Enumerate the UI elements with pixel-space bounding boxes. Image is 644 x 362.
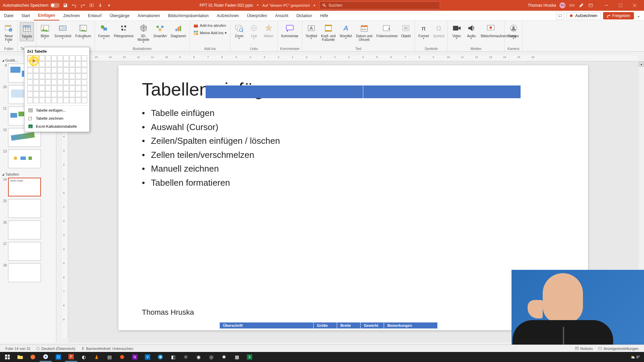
tab-uebergaenge[interactable]: Übergänge: [106, 11, 133, 20]
table-grid-cell[interactable]: [75, 79, 81, 85]
table-grid-cell[interactable]: [39, 98, 45, 103]
table-grid-cell[interactable]: [82, 79, 87, 85]
table-grid-cell[interactable]: [69, 98, 75, 103]
table-grid-cell[interactable]: [27, 92, 33, 97]
table-size-grid[interactable]: [26, 54, 88, 105]
table-grid-cell[interactable]: [69, 79, 75, 85]
table-button[interactable]: Tabelle ▾: [20, 22, 34, 41]
app-icon[interactable]: ◎: [205, 352, 217, 362]
slide-thumbnail[interactable]: [8, 149, 41, 168]
onenote-icon[interactable]: N: [129, 352, 141, 362]
table-grid-cell[interactable]: [45, 73, 51, 79]
app-icon[interactable]: [116, 352, 128, 362]
language-indicator[interactable]: Deutsch (Österreich): [33, 347, 78, 351]
my-addins-button[interactable]: Meine Add-Ins ▾: [192, 29, 228, 36]
table-grid-cell[interactable]: [39, 55, 45, 61]
slide-thumbnail-active[interactable]: Tabellen einfügen: [8, 178, 41, 196]
qat-dropdown-icon[interactable]: ▾: [106, 2, 112, 8]
table-grid-cell[interactable]: [51, 79, 57, 85]
pen-icon[interactable]: [578, 2, 584, 8]
link-button[interactable]: Link▾: [247, 22, 261, 41]
table-grid-cell[interactable]: [63, 79, 69, 85]
app-icon[interactable]: ✱: [218, 352, 230, 362]
tab-zeichnen[interactable]: Zeichnen: [59, 11, 84, 20]
chart-button[interactable]: Diagramm: [169, 22, 187, 39]
username-label[interactable]: Thomas Hruska: [528, 3, 556, 8]
table-grid-cell[interactable]: [69, 85, 75, 91]
table-grid-cell[interactable]: [69, 61, 75, 67]
tab-einfuegen[interactable]: Einfügen: [34, 11, 59, 20]
slide-counter[interactable]: Folie 14 von 31: [3, 347, 33, 351]
slide-body-text[interactable]: Tabelle einfügen Auswahl (Cursor) Zeilen…: [142, 106, 565, 190]
table-grid-cell[interactable]: [27, 73, 33, 79]
tab-animR[interactable]: Animationen: [133, 11, 164, 20]
table-grid-cell[interactable]: [33, 85, 39, 91]
table-grid-cell[interactable]: [39, 67, 45, 73]
table-grid-cell[interactable]: [69, 55, 75, 61]
table-grid-cell[interactable]: [39, 79, 45, 85]
file-explorer-icon[interactable]: [14, 352, 26, 362]
slide-number-button[interactable]: #Foliennummer: [375, 22, 398, 39]
table-grid-cell[interactable]: [39, 73, 45, 79]
coming-soon-icon[interactable]: [569, 2, 575, 8]
table-grid-cell[interactable]: [45, 55, 51, 61]
table-grid-cell[interactable]: [33, 55, 39, 61]
screen-recording-button[interactable]: Bildschirmaufzeichnung: [479, 22, 502, 39]
vscode-icon[interactable]: V: [142, 352, 154, 362]
table-grid-cell[interactable]: [51, 73, 57, 79]
excel-icon[interactable]: X: [244, 352, 256, 362]
record-button[interactable]: Aufzeichnen: [566, 12, 601, 19]
table-grid-cell[interactable]: [33, 98, 39, 103]
undo-icon[interactable]: [71, 2, 77, 8]
table-grid-cell[interactable]: [27, 67, 33, 73]
table-insert-dropdown[interactable]: 2x1 Tabelle ➤ Tabelle einfügen... Tabell…: [24, 47, 90, 132]
table-grid-cell[interactable]: [45, 61, 51, 67]
tab-datei[interactable]: Datei: [0, 11, 17, 20]
table-grid-cell[interactable]: [33, 73, 39, 79]
table-grid-cell[interactable]: [63, 98, 69, 103]
table-grid-cell[interactable]: [57, 79, 63, 85]
tab-ansicht[interactable]: Ansicht: [271, 11, 292, 20]
date-time-button[interactable]: Datum und Uhrzeit: [355, 22, 374, 42]
redo-icon[interactable]: [80, 2, 86, 8]
table-grid-cell[interactable]: [75, 98, 81, 103]
slide-thumbnail[interactable]: [8, 242, 41, 261]
start-from-beginning-icon[interactable]: [89, 2, 95, 8]
table-grid-cell[interactable]: [33, 61, 39, 67]
vlc-icon[interactable]: [91, 352, 103, 362]
table-grid-cell[interactable]: [39, 61, 45, 67]
table-grid-cell[interactable]: [63, 73, 69, 79]
notes-toggle[interactable]: Notizen: [572, 347, 595, 351]
user-avatar[interactable]: TH: [559, 2, 566, 8]
app-icon[interactable]: ◧: [167, 352, 179, 362]
table-grid-cell[interactable]: [82, 55, 87, 61]
table-grid-cell[interactable]: [51, 67, 57, 73]
share-button[interactable]: Freigeben: [603, 12, 634, 19]
table-grid-cell[interactable]: [27, 98, 33, 103]
table-grid-cell[interactable]: [51, 55, 57, 61]
autosave-toggle[interactable]: Automatisches Speichern: [3, 3, 60, 8]
table-grid-cell[interactable]: [33, 67, 39, 73]
table-grid-cell[interactable]: [51, 61, 57, 67]
table-grid-cell[interactable]: [82, 85, 87, 91]
table-grid-cell[interactable]: [27, 55, 33, 61]
symbol-button[interactable]: ΩSymbol: [432, 22, 445, 39]
table-grid-cell[interactable]: [69, 92, 75, 97]
audio-button[interactable]: Audio▾: [465, 22, 478, 41]
table-grid-cell[interactable]: [63, 61, 69, 67]
window-icon[interactable]: [588, 2, 594, 8]
table-grid-cell[interactable]: [39, 92, 45, 97]
table-grid-cell[interactable]: [63, 55, 69, 61]
header-footer-button[interactable]: Kopf- und Fußzeile: [320, 22, 337, 42]
table-grid-cell[interactable]: [45, 92, 51, 97]
table-grid-cell[interactable]: [57, 92, 63, 97]
table-grid-cell[interactable]: [57, 73, 63, 79]
get-addins-button[interactable]: Add-Ins abrufen: [192, 22, 228, 29]
slide-thumbnail[interactable]: [8, 199, 41, 218]
table-grid-cell[interactable]: [82, 61, 87, 67]
close-button[interactable]: [628, 1, 641, 10]
table-grid-cell[interactable]: [57, 55, 63, 61]
tab-bildschirm[interactable]: Bildschirmpräsentation: [164, 11, 213, 20]
tab-hilfe[interactable]: Hilfe: [316, 11, 332, 20]
minimize-button[interactable]: [600, 1, 613, 10]
